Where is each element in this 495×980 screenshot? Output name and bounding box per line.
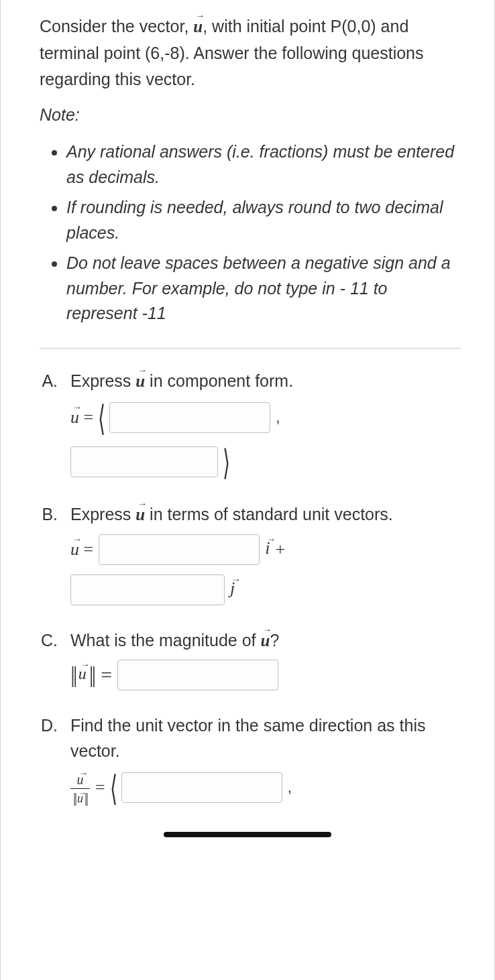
i-unit-vector: i→: [265, 538, 270, 558]
note-item: Any rational answers (i.e. fractions) mu…: [66, 137, 461, 192]
question-b-answer-row2: j→: [70, 574, 468, 605]
langle-bracket: ⟨: [98, 402, 105, 436]
question-c-text: What is the magnitude of u→?: [70, 628, 468, 654]
rangle-bracket: ⟩: [223, 446, 230, 481]
equals-sign: =: [95, 778, 105, 798]
divider: [40, 348, 461, 349]
note-item: If rounding is needed, always round to t…: [66, 192, 461, 248]
magnitude-input[interactable]: [117, 660, 278, 690]
question-d-text: Find the unit vector in the same directi…: [70, 713, 468, 763]
question-d: Find the unit vector in the same directi…: [62, 713, 468, 805]
question-d-answer-row: u→ ||u→|| = ⟨ ,: [70, 770, 468, 805]
i-coefficient-input[interactable]: [99, 534, 260, 565]
u-equals-label: u→ =: [70, 408, 93, 428]
question-b-text: Express u→ in terms of standard unit vec…: [70, 502, 468, 528]
notes-list: Any rational answers (i.e. fractions) mu…: [21, 137, 474, 329]
component-x-input[interactable]: [109, 402, 270, 433]
unit-vector-x-input[interactable]: [121, 772, 282, 803]
plus-sign: +: [275, 540, 285, 560]
question-prompt: Consider the vector, u→, with initial po…: [21, 13, 474, 99]
question-a-answer-row1: u→ = ⟨ ,: [70, 400, 468, 435]
questions-list: Express u→ in component form. u→ = ⟨ , ⟩…: [21, 369, 474, 806]
question-c-answer-row: ||u→|| =: [70, 660, 468, 690]
question-a-answer-row2: ⟩: [70, 444, 468, 479]
scroll-indicator[interactable]: [164, 832, 331, 837]
norm-u-label: ||u→|| =: [70, 662, 112, 688]
u-equals-label: u→ =: [70, 540, 93, 560]
question-a-text: Express u→ in component form.: [70, 369, 468, 394]
comma: ,: [288, 779, 294, 796]
j-unit-vector: j→: [230, 578, 235, 599]
question-b-answer-row1: u→ = i→ +: [70, 534, 468, 565]
note-label: Note:: [21, 99, 474, 137]
j-coefficient-input[interactable]: [70, 574, 225, 605]
note-item: Do not leave spaces between a negative s…: [66, 248, 461, 329]
comma: ,: [276, 409, 282, 426]
component-y-input[interactable]: [70, 446, 218, 477]
question-card: Consider the vector, u→, with initial po…: [0, 0, 495, 980]
question-c: What is the magnitude of u→? ||u→|| =: [62, 628, 468, 691]
u-over-norm-u-label: u→ ||u→||: [70, 772, 90, 806]
question-a: Express u→ in component form. u→ = ⟨ , ⟩: [62, 369, 468, 480]
langle-bracket: ⟨: [109, 772, 117, 806]
question-b: Express u→ in terms of standard unit vec…: [62, 502, 468, 605]
